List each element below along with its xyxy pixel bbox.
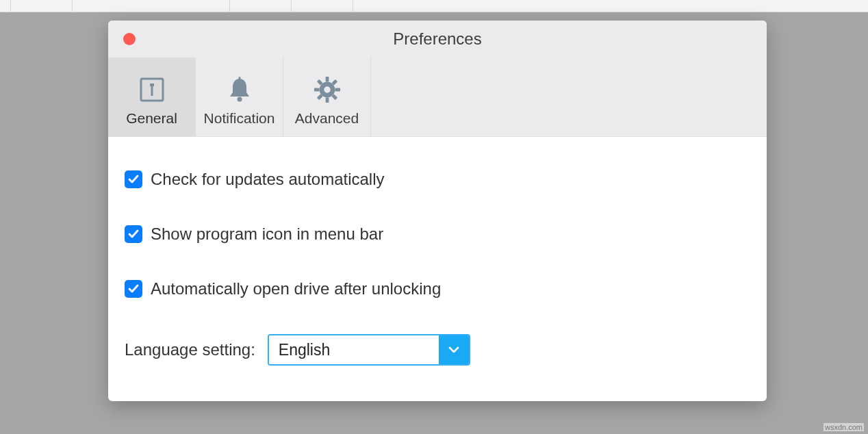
option-label: Check for updates automatically	[151, 170, 385, 189]
tab-bar: General Notification	[108, 58, 767, 137]
background-toolbar	[0, 0, 868, 12]
preferences-dialog: Preferences General Notification	[108, 21, 767, 401]
settings-content: Check for updates automatically Show pro…	[108, 137, 767, 366]
svg-rect-7	[325, 97, 329, 103]
bell-icon	[226, 76, 253, 103]
check-icon	[127, 173, 140, 186]
language-row: Language setting: English	[125, 334, 750, 366]
svg-rect-4	[238, 77, 240, 79]
gear-icon	[314, 76, 341, 103]
language-label: Language setting:	[125, 340, 255, 359]
option-check-updates: Check for updates automatically	[125, 170, 750, 189]
tab-label: Advanced	[295, 110, 359, 127]
svg-rect-1	[150, 84, 154, 86]
check-icon	[127, 228, 140, 240]
tab-notification[interactable]: Notification	[196, 58, 283, 136]
language-value: English	[269, 335, 439, 364]
svg-rect-8	[314, 88, 319, 92]
svg-rect-6	[325, 77, 329, 82]
checkbox-check-updates[interactable]	[125, 170, 142, 188]
option-label: Automatically open drive after unlocking	[151, 279, 441, 298]
close-button[interactable]	[123, 33, 136, 45]
checkbox-auto-open[interactable]	[125, 280, 142, 298]
svg-point-14	[324, 86, 331, 93]
checkbox-show-icon[interactable]	[125, 225, 142, 243]
title-bar: Preferences	[108, 21, 767, 58]
tab-label: General	[126, 110, 177, 127]
tab-advanced[interactable]: Advanced	[283, 58, 371, 136]
watermark: wsxdn.com	[824, 423, 864, 431]
general-icon	[138, 76, 166, 103]
language-dropdown[interactable]: English	[268, 334, 470, 366]
svg-point-3	[237, 97, 242, 102]
svg-rect-2	[151, 86, 153, 96]
svg-rect-9	[335, 88, 340, 92]
chevron-down-icon	[439, 335, 469, 364]
tab-label: Notification	[204, 110, 275, 127]
check-icon	[127, 283, 140, 295]
option-show-icon: Show program icon in menu bar	[125, 225, 750, 244]
tab-general[interactable]: General	[108, 58, 196, 136]
option-label: Show program icon in menu bar	[151, 225, 383, 244]
option-auto-open: Automatically open drive after unlocking	[125, 279, 750, 298]
window-title: Preferences	[393, 29, 481, 49]
